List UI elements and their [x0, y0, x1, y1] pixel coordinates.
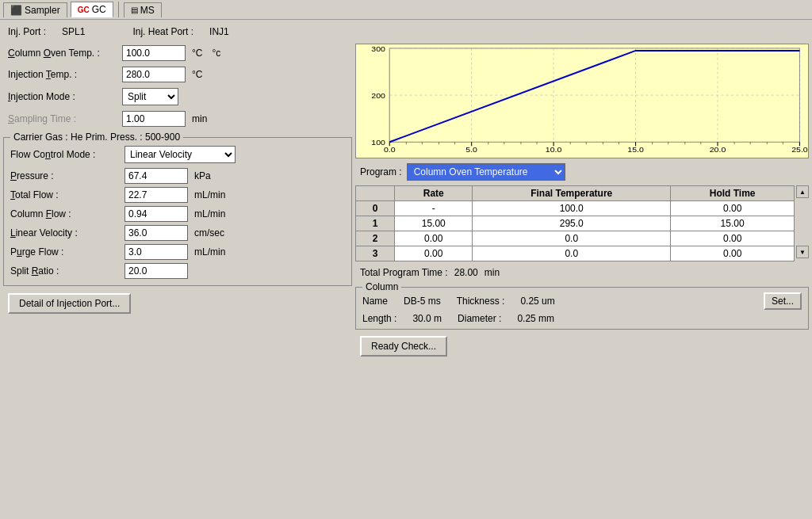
ready-check-btn[interactable]: Ready Check...	[360, 336, 447, 357]
gc-icon: GC	[78, 6, 90, 14]
column-length-value: 30.0 m	[412, 313, 442, 324]
column-thickness-label: Thickness :	[457, 296, 505, 307]
svg-text:15.0: 15.0	[627, 145, 644, 154]
total-program-time-value: 28.00	[454, 267, 478, 278]
column-flow-label: Column Flow :	[10, 208, 121, 219]
injection-temp-input[interactable]	[122, 67, 186, 82]
pressure-label: Pressure :	[10, 170, 121, 181]
flow-control-mode-select[interactable]: Linear Velocity Pressure Total Flow Colu…	[124, 146, 236, 163]
injection-temp-row: Injection Temp. : °C	[3, 65, 352, 84]
set-btn[interactable]: Set...	[764, 292, 802, 310]
purge-flow-unit: mL/min	[194, 246, 225, 258]
table-row: 3 0.00 0.0 0.00	[356, 246, 795, 261]
sampling-time-row: Sampling Time : min	[3, 109, 352, 128]
injection-mode-label: Injection Mode :	[8, 91, 119, 102]
row-hold-time-0: 0.00	[671, 201, 795, 216]
sampling-time-input[interactable]	[122, 111, 186, 127]
column-info-row2: Length : 30.0 m Diameter : 0.25 mm	[362, 313, 802, 324]
injection-temp-label: Injection Temp. :	[8, 69, 119, 80]
injection-temp-unit: °C	[192, 69, 202, 80]
table-area: Rate Final Temperature Hold Time 0 - 100…	[355, 185, 809, 261]
program-label: Program :	[360, 166, 402, 177]
column-flow-unit: mL/min	[194, 208, 225, 219]
ms-icon: ▤	[131, 6, 138, 14]
chart-svg: 300 200 100 0.0 5.0 10.0 15.0 20.0 25.0	[356, 44, 808, 158]
column-oven-temp-input[interactable]	[122, 45, 186, 61]
split-ratio-row: Split Ratio :	[9, 261, 347, 280]
svg-text:10.0: 10.0	[546, 145, 562, 154]
split-ratio-label: Split Ratio :	[10, 265, 121, 277]
tab-bar: ⬛ Sampler GC GC ▤ MS	[0, 0, 812, 20]
row-final-temp-0: 100.0	[473, 201, 671, 216]
svg-text:0.0: 0.0	[384, 145, 396, 154]
column-oven-temp-unit2: °c	[212, 48, 220, 59]
program-select[interactable]: Column Oven Temperature Injection Temper…	[407, 163, 565, 181]
row-num-1: 1	[356, 216, 395, 231]
tab-sampler[interactable]: ⬛ Sampler	[3, 2, 67, 17]
row-num-0: 0	[356, 201, 395, 216]
total-flow-input[interactable]	[124, 187, 188, 203]
chart-container: 300 200 100 0.0 5.0 10.0 15.0 20.0 25.0	[355, 44, 809, 158]
total-program-time-row: Total Program Time : 28.00 min	[355, 265, 809, 280]
svg-text:20.0: 20.0	[710, 145, 726, 154]
table-row: 1 15.00 295.0 15.00	[356, 216, 795, 231]
injection-mode-select[interactable]: Split Splitless Direct	[122, 88, 178, 105]
column-flow-input[interactable]	[124, 206, 188, 222]
column-diameter-label: Diameter :	[458, 313, 501, 324]
row-hold-time-3: 0.00	[671, 246, 795, 261]
sampling-time-unit: min	[192, 113, 207, 124]
column-info-title: Column	[362, 281, 401, 292]
row-rate-0: -	[395, 201, 473, 216]
tab-ms[interactable]: ▤ MS	[124, 2, 162, 17]
column-thickness-value: 0.25 um	[520, 296, 554, 307]
program-row: Program : Column Oven Temperature Inject…	[355, 162, 809, 182]
svg-text:5.0: 5.0	[465, 145, 477, 154]
svg-text:300: 300	[371, 44, 385, 53]
main-content: Inj. Port : SPL1 Inj. Heat Port : INJ1 C…	[0, 20, 812, 363]
table-wrapper: Rate Final Temperature Hold Time 0 - 100…	[355, 185, 795, 261]
column-name-label: Name	[362, 296, 388, 307]
purge-flow-row: Purge Flow : mL/min	[9, 242, 347, 261]
inj-port-value: SPL1	[62, 26, 85, 37]
tab-gc[interactable]: GC GC	[71, 2, 113, 17]
col-header-rate: Rate	[395, 186, 473, 201]
column-name-value: DB-5 ms	[404, 296, 441, 307]
row-final-temp-3: 0.0	[473, 246, 671, 261]
col-header-final-temp: Final Temperature	[473, 186, 671, 201]
inj-port-row: Inj. Port : SPL1 Inj. Heat Port : INJ1	[3, 23, 809, 40]
purge-flow-label: Purge Flow :	[10, 246, 121, 258]
pressure-input[interactable]	[124, 168, 188, 184]
total-program-time-unit: min	[485, 267, 500, 278]
flow-control-mode-row: Flow Control Mode : Linear Velocity Pres…	[9, 143, 347, 166]
total-flow-unit: mL/min	[194, 189, 225, 200]
svg-text:25.0: 25.0	[791, 145, 808, 154]
row-hold-time-1: 15.00	[671, 216, 795, 231]
pressure-row: Pressure : kPa	[9, 166, 347, 185]
flow-control-mode-label: Flow Control Mode :	[10, 149, 121, 160]
detail-injection-btn[interactable]: Detail of Injection Port...	[8, 293, 131, 314]
scroll-down-btn[interactable]: ▼	[796, 246, 809, 258]
linear-velocity-input[interactable]	[124, 225, 188, 241]
row-num-2: 2	[356, 231, 395, 246]
column-flow-row: Column Flow : mL/min	[9, 204, 347, 223]
linear-velocity-label: Linear Velocity :	[10, 227, 121, 239]
carrier-gas-box: Carrier Gas : He Prim. Press. : 500-900 …	[3, 137, 352, 286]
split-ratio-input[interactable]	[124, 263, 188, 279]
scroll-up-btn[interactable]: ▲	[796, 185, 809, 198]
row-rate-2: 0.00	[395, 231, 473, 246]
row-rate-1: 15.00	[395, 216, 473, 231]
ready-check-row: Ready Check...	[355, 333, 809, 360]
purge-flow-input[interactable]	[124, 244, 188, 260]
row-hold-time-2: 0.00	[671, 231, 795, 246]
total-flow-row: Total Flow : mL/min	[9, 185, 347, 204]
carrier-gas-title: Carrier Gas : He Prim. Press. : 500-900	[10, 132, 183, 143]
column-oven-temp-unit: °C	[192, 48, 202, 59]
sampling-time-label: Sampling Time :	[8, 113, 119, 124]
sampler-icon: ⬛	[10, 5, 22, 16]
program-table: Rate Final Temperature Hold Time 0 - 100…	[355, 185, 795, 261]
inj-heat-port-label: Inj. Heat Port :	[132, 26, 193, 37]
right-panel: 300 200 100 0.0 5.0 10.0 15.0 20.0 25.0	[355, 44, 809, 360]
column-info-row: Name DB-5 ms Thickness : 0.25 um Set...	[362, 292, 802, 310]
injection-mode-row: Injection Mode : Split Splitless Direct	[3, 86, 352, 107]
two-panel: Column Oven Temp. : °C °c Injection Temp…	[3, 44, 809, 360]
